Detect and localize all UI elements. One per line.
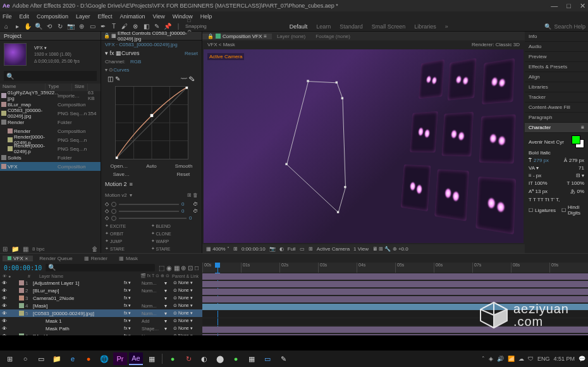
timeline-track[interactable]: [202, 295, 588, 303]
motion-effect-header[interactable]: Motion 2 ≡: [101, 178, 202, 190]
orbit-tool-icon[interactable]: ⟲: [46, 23, 53, 30]
puppet-tool-icon[interactable]: 📌: [164, 23, 171, 30]
character-panel-tab[interactable]: Character ≡: [525, 123, 588, 133]
project-search-input[interactable]: 🔍: [4, 71, 97, 81]
font-style-dropdown[interactable]: Bold Italic: [529, 150, 551, 156]
app-icon-1[interactable]: ●: [82, 352, 95, 365]
project-tab[interactable]: Project: [0, 32, 101, 40]
curves-reset-button[interactable]: Reset: [176, 171, 190, 177]
motion-button[interactable]: ✦CLONE: [151, 230, 196, 237]
grid-icon[interactable]: ⊞: [309, 246, 313, 252]
timeline-layer[interactable]: 👁6[Mask]fx ▾Norm…▾⊙ None ▾: [0, 332, 202, 335]
motion-button[interactable]: ✦EXCITE: [105, 223, 150, 229]
col-size[interactable]: Size: [72, 84, 88, 91]
resolution-dropdown[interactable]: Full: [288, 246, 296, 252]
breadcrumb-vfx[interactable]: VFX: [207, 42, 217, 47]
maximize-button[interactable]: □: [567, 2, 571, 10]
workspace-libraries[interactable]: Libraries: [414, 23, 436, 30]
timeline-layer[interactable]: 👁1[Adjustment Layer 1]fx ▾Norm…▾⊙ None ▾: [0, 279, 202, 287]
align-panel-tab[interactable]: Align: [525, 72, 588, 82]
audio-panel-tab[interactable]: Audio: [525, 42, 588, 52]
tray-app-6[interactable]: ▦: [245, 352, 259, 365]
timeline-icons[interactable]: ⬚ ◉ ▦ ⊕ ⊡ □: [159, 264, 199, 271]
workspace-learn[interactable]: Learn: [316, 23, 331, 30]
layer-name-col[interactable]: Layer Name: [39, 274, 63, 278]
edge-icon[interactable]: e: [66, 352, 80, 365]
col-type[interactable]: Type: [46, 84, 72, 91]
timeline-track[interactable]: [202, 273, 588, 280]
curves-pencil-icon[interactable]: 〰 ✎: [181, 75, 195, 82]
tray-lang[interactable]: ENG: [537, 356, 550, 362]
camera-dropdown[interactable]: Active Camera: [317, 246, 350, 252]
timeline-tab-vfx[interactable]: VFX ×: [3, 256, 33, 261]
lock-icon[interactable]: 🔒: [104, 33, 110, 39]
effect-link[interactable]: VFX · C0583_[00000-00249].jpg: [101, 40, 202, 49]
workspace-small[interactable]: Small Screen: [372, 23, 406, 30]
effects-presets-tab[interactable]: Effects & Presets: [525, 62, 588, 72]
effect-controls-tab[interactable]: 🔒 ▦ Effect Controls C0583_[00000-00249].…: [101, 32, 202, 40]
selection-tool-icon[interactable]: ▸: [13, 23, 21, 30]
app-icon-2[interactable]: ▦: [145, 352, 159, 365]
motion-button[interactable]: ✦ORBIT: [105, 230, 150, 237]
motion-button[interactable]: ✦WARP: [151, 238, 196, 244]
kerning-icon[interactable]: VA ▾: [529, 165, 539, 171]
timeline-track[interactable]: [202, 311, 588, 318]
color-swatch[interactable]: [572, 135, 584, 148]
comp-icon[interactable]: ▦: [23, 246, 28, 252]
tray-app-5[interactable]: ●: [229, 352, 243, 365]
curves-graph[interactable]: [115, 86, 188, 159]
rect-tool-icon[interactable]: ▭: [89, 23, 96, 30]
task-view-icon[interactable]: ▭: [34, 352, 48, 365]
bold-button[interactable]: T: [529, 197, 532, 202]
layer-tab[interactable]: Layer (none): [272, 34, 310, 39]
view-options[interactable]: 🖥 ⊞ 🔧 ⊕ +0.0: [372, 246, 408, 252]
renderer-dropdown[interactable]: Classic 3D: [496, 42, 520, 47]
tray-sound-icon[interactable]: 🔊: [497, 356, 504, 362]
project-item[interactable]: 01gRyZAqY5_35922…jpgImporte…63 KB: [0, 91, 101, 100]
timeline-track[interactable]: [202, 288, 588, 295]
chrome-icon[interactable]: 🌐: [97, 352, 111, 365]
clone-tool-icon[interactable]: ⊗: [132, 23, 139, 30]
paragraph-panel-tab[interactable]: Paragraph: [525, 113, 588, 123]
tray-clock[interactable]: 4:51 PM: [553, 356, 575, 362]
taskbar-search-icon[interactable]: ○: [18, 352, 32, 365]
tray-app-2[interactable]: ↻: [181, 352, 195, 365]
tray-dropbox-icon[interactable]: ◈: [489, 356, 493, 362]
comp-tab-active[interactable]: 🔒Composition VFX ≡: [202, 34, 272, 39]
tray-wifi-icon[interactable]: 📶: [508, 356, 515, 362]
brush-tool-icon[interactable]: 🖌: [121, 23, 128, 30]
project-item[interactable]: C0583_[00000-00249].jpgPNG Seq…n354: [0, 109, 101, 118]
tray-shield-icon[interactable]: 🛡: [528, 356, 534, 362]
motion-button[interactable]: ✦BLEND: [151, 223, 196, 229]
tracker-panel-tab[interactable]: Tracker: [525, 92, 588, 103]
motion-button[interactable]: ✦JUMP: [105, 238, 150, 244]
tray-app-3[interactable]: ◐: [197, 352, 211, 365]
start-button[interactable]: ⊞: [3, 352, 16, 365]
footage-tab[interactable]: Footage (none): [310, 34, 355, 39]
premiere-icon[interactable]: Pr: [113, 352, 127, 365]
roto-tool-icon[interactable]: ✎: [153, 23, 161, 30]
tray-app-7[interactable]: ▭: [260, 352, 274, 365]
project-item[interactable]: SolidsFolder: [0, 153, 101, 162]
timeline-tab-mask[interactable]: ▦ Mask: [114, 256, 143, 261]
curves-smooth-button[interactable]: Smooth: [175, 163, 193, 169]
timeline-tab-rq[interactable]: Render Queue: [34, 256, 77, 261]
rotate-tool-icon[interactable]: ↻: [56, 23, 64, 30]
motion-slider-2[interactable]: ◇0⏱: [101, 208, 202, 215]
interpret-icon[interactable]: ⊞: [3, 246, 8, 252]
timeline-layer[interactable]: 👁4[Mask]fx ▾Norm…▾⊙ None ▾: [0, 302, 202, 309]
timeline-layer[interactable]: 👁5[C0583_[00000-00249].jpg]fx ▾Norm…▾⊙ N…: [0, 309, 202, 317]
libraries-panel-tab[interactable]: Libraries: [525, 82, 588, 92]
workspace-default[interactable]: Default: [290, 23, 308, 30]
timeline-tab-render[interactable]: ▦ Render: [79, 256, 113, 261]
reset-button[interactable]: Reset: [185, 51, 198, 56]
project-item[interactable]: Render[0000-0249].pPNG Seq…n: [0, 144, 101, 153]
timeline-timecode[interactable]: 0:00:00:10: [4, 264, 42, 271]
motion-slider-1[interactable]: ◇0⏱: [101, 201, 202, 208]
pan-behind-tool-icon[interactable]: ⊕: [78, 23, 85, 30]
font-dropdown[interactable]: Avenir Next Cyr: [529, 139, 570, 145]
text-tool-icon[interactable]: T: [110, 23, 118, 30]
info-panel-tab[interactable]: Info: [525, 32, 588, 42]
menu-help[interactable]: Help: [200, 13, 212, 20]
roi-icon[interactable]: ▭: [300, 246, 305, 252]
